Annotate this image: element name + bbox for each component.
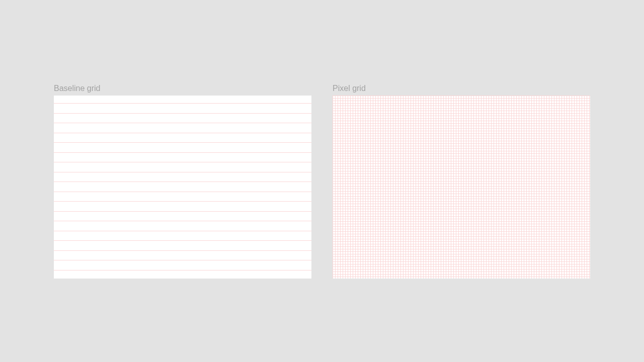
pixel-grid-canvas	[333, 96, 590, 279]
baseline-grid-panel: Baseline grid	[54, 83, 311, 279]
grid-demo-container: Baseline grid Pixel grid	[54, 83, 590, 279]
pixel-grid-panel: Pixel grid	[333, 83, 590, 279]
baseline-grid-canvas	[54, 96, 311, 279]
baseline-grid-label: Baseline grid	[54, 83, 311, 94]
pixel-grid-label: Pixel grid	[333, 83, 590, 94]
